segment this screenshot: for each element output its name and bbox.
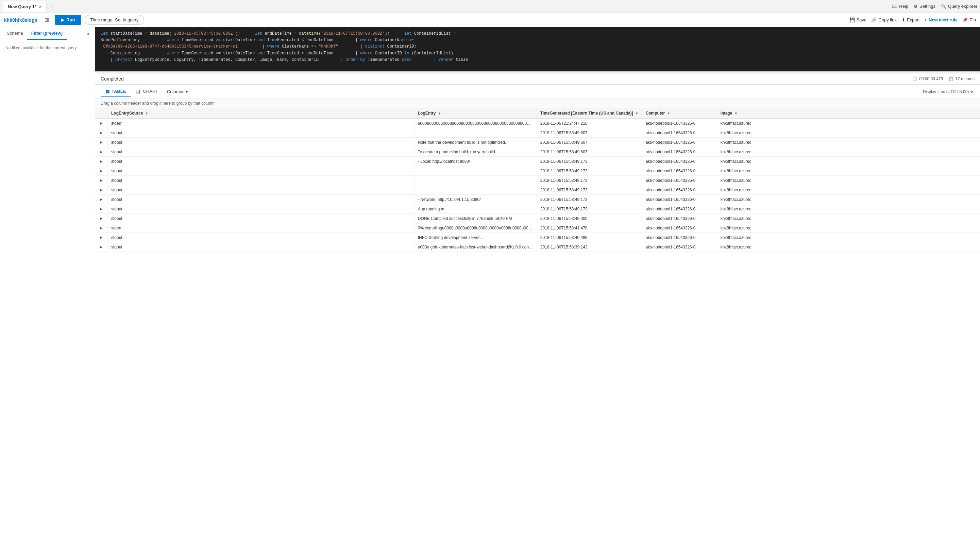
new-alert-button[interactable]: + New alert rule — [924, 17, 958, 22]
query-explorer-button[interactable]: 🔍 Query explorer — [941, 4, 977, 9]
pin-icon: 📌 — [963, 17, 968, 22]
add-tab-button[interactable]: + — [47, 2, 56, 11]
expand-cell[interactable]: ▶ — [95, 157, 108, 166]
col-header-image[interactable]: Image ▼ — [717, 108, 980, 119]
tab-schema[interactable]: Schema — [3, 27, 27, 40]
filter-computer-icon[interactable]: ▼ — [667, 111, 670, 115]
expand-cell[interactable]: ▶ — [95, 223, 108, 233]
expand-cell[interactable]: ▶ — [95, 204, 108, 214]
settings-icon: ⚙ — [914, 4, 918, 9]
expand-cell[interactable]: ▶ — [95, 233, 108, 242]
cell-timegenerated: 2018-11-06T15:58:49.173 — [536, 195, 642, 204]
expand-cell[interactable]: ▶ — [95, 176, 108, 185]
workspace-name[interactable]: khk8hfk8slogs — [4, 17, 37, 23]
filter-logentry-icon[interactable]: ▼ — [438, 111, 441, 115]
col-header-expand — [95, 108, 108, 119]
tab-close-icon[interactable]: × — [39, 4, 42, 9]
filter-settings-button[interactable] — [43, 16, 51, 24]
expand-cell[interactable]: ▶ — [95, 147, 108, 157]
export-icon: ⬆ — [902, 17, 905, 22]
columns-button[interactable]: Columns ▾ — [167, 89, 188, 94]
row-expand-button[interactable]: ▶ — [99, 140, 104, 145]
cell-computer: aks-nodepool1-16543326-0 — [642, 157, 717, 166]
row-expand-button[interactable]: ▶ — [99, 149, 104, 154]
results-meta: 🕐 00:00:00.479 📋 17 records — [912, 76, 975, 81]
cell-logentrysource: stdout — [108, 176, 415, 185]
save-button[interactable]: 💾 Save — [850, 17, 867, 22]
collapse-panel-icon[interactable]: « — [84, 29, 92, 38]
col-header-timegenerated[interactable]: TimeGenerated [Eastern Time (US and Cana… — [536, 108, 642, 119]
cell-logentrysource: stdout — [108, 195, 415, 204]
cell-logentry: DONE Compiled successfully in 7763ms8:58… — [414, 214, 536, 223]
expand-cell[interactable]: ▶ — [95, 128, 108, 138]
expand-cell[interactable]: ▶ — [95, 185, 108, 195]
col-header-computer[interactable]: Computer ▼ — [642, 108, 717, 119]
time-value: 00:00:00.479 — [919, 76, 943, 81]
tab-filter[interactable]: Filter (preview) — [27, 27, 67, 40]
results-records: 📋 17 records — [948, 76, 975, 81]
row-expand-button[interactable]: ▶ — [99, 244, 104, 249]
expand-cell[interactable]: ▶ — [95, 138, 108, 147]
cell-computer: aks-nodepool1-16543326-0 — [642, 195, 717, 204]
cell-computer: aks-nodepool1-16543326-0 — [642, 242, 717, 252]
filter-image-icon[interactable]: ▼ — [734, 111, 738, 115]
expand-cell[interactable]: ▶ — [95, 166, 108, 176]
cell-logentry: u003e gbb-kubernetes-hackfest-webui-dash… — [414, 242, 536, 252]
col-header-logentry[interactable]: LogEntry ▼ — [414, 108, 536, 119]
run-button[interactable]: ▶ Run — [55, 15, 81, 25]
timezone-select[interactable]: Display time (UTC-05:00) — [921, 89, 975, 95]
cell-image: khk8hfacr.azurec — [717, 119, 980, 128]
row-expand-button[interactable]: ▶ — [99, 178, 104, 183]
drag-hint: Drag a column header and drop it here to… — [95, 99, 980, 108]
left-panel: Schema Filter (preview) « No filters ava… — [0, 27, 95, 535]
cell-image: khk8hfacr.azurec — [717, 138, 980, 147]
help-button[interactable]: 📖 Help — [892, 4, 908, 9]
cell-logentrysource: stdout — [108, 204, 415, 214]
cell-logentry: - Local: http://localhost:8080/ — [414, 157, 536, 166]
view-chart-tab[interactable]: 📊 CHART — [130, 87, 163, 97]
row-expand-button[interactable]: ▶ — [99, 187, 104, 192]
row-expand-button[interactable]: ▶ — [99, 130, 104, 135]
time-range-button[interactable]: Time range: Set in query — [85, 15, 145, 25]
expand-cell[interactable]: ▶ — [95, 195, 108, 204]
results-status: Completed — [101, 76, 124, 82]
cell-image: khk8hfacr.azurec — [717, 176, 980, 185]
row-expand-button[interactable]: ▶ — [99, 235, 104, 240]
row-expand-button[interactable]: ▶ — [99, 168, 104, 173]
tab-label: New Query 1* — [8, 4, 37, 9]
row-expand-button[interactable]: ▶ — [99, 225, 104, 230]
table-row: ▶ stdout Note that the development build… — [95, 138, 980, 147]
cell-timegenerated: 2018-11-06T15:58:49.607 — [536, 138, 642, 147]
table-wrapper[interactable]: LogEntrySource ▼ LogEntry ▼ — [95, 108, 980, 535]
pin-button[interactable]: 📌 Pin — [963, 17, 976, 22]
expand-cell[interactable]: ▶ — [95, 214, 108, 223]
row-expand-button[interactable]: ▶ — [99, 159, 104, 164]
query-explorer-icon: 🔍 — [941, 4, 947, 9]
cell-image: khk8hfacr.azurec — [717, 166, 980, 176]
row-expand-button[interactable]: ▶ — [99, 197, 104, 202]
copy-link-button[interactable]: 🔗 Copy link — [871, 17, 896, 22]
cell-image: khk8hfacr.azurec — [717, 157, 980, 166]
expand-cell[interactable]: ▶ — [95, 119, 108, 128]
table-row: ▶ stdout 2018-11-06T15:58:49.173 aks-nod… — [95, 185, 980, 195]
row-expand-button[interactable]: ▶ — [99, 206, 104, 211]
new-alert-icon: + — [924, 17, 927, 22]
table-icon: ▦ — [105, 89, 110, 94]
table-row: ▶ stdout INFO Starting development serve… — [95, 233, 980, 242]
row-expand-button[interactable]: ▶ — [99, 121, 104, 126]
settings-button[interactable]: ⚙ Settings — [914, 4, 935, 9]
expand-cell[interactable]: ▶ — [95, 242, 108, 252]
cell-computer: aks-nodepool1-16543326-0 — [642, 138, 717, 147]
view-table-tab[interactable]: ▦ TABLE — [101, 87, 130, 97]
filter-logentrysource-icon[interactable]: ▼ — [145, 111, 148, 115]
tab-new-query[interactable]: New Query 1* × — [3, 1, 46, 12]
cell-logentry: INFO Starting development server... — [414, 233, 536, 242]
col-header-logentrysource[interactable]: LogEntrySource ▼ — [108, 108, 415, 119]
row-expand-button[interactable]: ▶ — [99, 216, 104, 221]
filter-timegenerated-icon[interactable]: ▼ — [635, 111, 639, 115]
export-button[interactable]: ⬆ Export — [902, 17, 920, 22]
cell-timegenerated: 2018-11-06T21:24:47.216 — [536, 119, 642, 128]
cell-computer: aks-nodepool1-16543326-0 — [642, 214, 717, 223]
chart-icon: 📊 — [135, 89, 141, 94]
query-editor[interactable]: let startDateTime = datetime('2018-11-05… — [95, 27, 980, 71]
